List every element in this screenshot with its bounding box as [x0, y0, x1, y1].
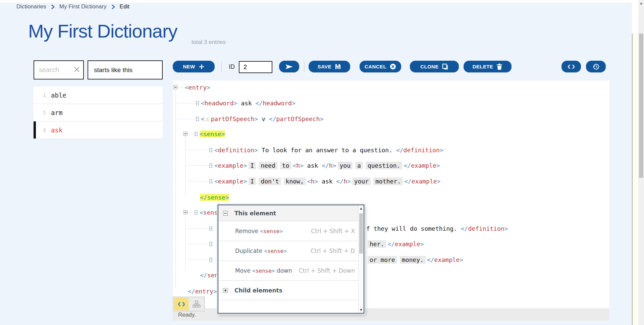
menu-item[interactable]: Move <sense> downCtrl + Shift + Down — [218, 261, 358, 281]
xml-text-node[interactable]: you — [338, 162, 353, 169]
menu-item[interactable]: Duplicate <sense>Ctrl + Shift + D — [218, 241, 358, 261]
entry-list-item[interactable]: 1.able — [34, 87, 163, 104]
scroll-down-icon[interactable]: ▼ — [359, 308, 364, 312]
xml-text-node[interactable]: your — [352, 177, 371, 185]
xml-text-node[interactable]: her. — [368, 240, 386, 248]
drag-handle-icon[interactable] — [209, 163, 212, 168]
drag-handle-icon[interactable] — [209, 241, 212, 246]
tree-connector-line — [187, 134, 194, 134]
xml-tag-sense[interactable]: <sense> — [200, 130, 225, 138]
xml-text-node[interactable]: or more — [368, 256, 397, 264]
xml-tag-headword[interactable]: </headword> — [256, 100, 296, 107]
xml-tag-definition[interactable]: </definition> — [461, 225, 508, 232]
drag-handle-icon[interactable] — [209, 226, 212, 231]
xml-tag-h[interactable]: </h> — [336, 178, 351, 185]
xml-tree-line — [187, 240, 214, 248]
drag-handle-icon[interactable] — [194, 131, 198, 136]
drag-handle-icon[interactable] — [196, 116, 199, 121]
xml-source-button[interactable] — [561, 61, 581, 72]
search-mode-select[interactable]: starts like this — [88, 60, 163, 79]
entry-list-item[interactable]: 2.arm — [34, 104, 163, 121]
xml-tag-partOfSpeech[interactable]: <⚠partOfSpeech> — [201, 115, 258, 122]
menu-section-header[interactable]: This element — [218, 205, 358, 221]
xml-tag-example[interactable]: </example> — [427, 256, 463, 263]
xml-text-node[interactable]: f they will do something. — [366, 225, 461, 232]
xml-tag-entry[interactable]: <entry> — [185, 84, 210, 91]
delete-button[interactable]: DELETE — [464, 61, 512, 72]
xml-text-node[interactable]: to — [280, 162, 291, 169]
drag-handle-icon[interactable] — [209, 179, 212, 183]
tree-connector-line — [187, 244, 208, 244]
xml-tag-h[interactable]: <h> — [307, 178, 318, 185]
xml-text-node[interactable]: mother. — [373, 177, 403, 185]
xml-tag-headword[interactable]: <headword> — [201, 100, 237, 107]
xml-text-node[interactable]: ask — [237, 100, 255, 107]
menu-section-header[interactable]: Child elements — [218, 281, 358, 300]
menu-scrollbar[interactable]: ▲ ▼ — [358, 205, 364, 313]
menu-item[interactable]: Remove <sense>Ctrl + Shift + X — [218, 221, 358, 241]
collapse-icon[interactable] — [183, 132, 187, 136]
scroll-up-icon[interactable]: ▲ — [638, 1, 644, 5]
sitemap-icon — [193, 301, 201, 308]
xml-tag-h[interactable]: </h> — [322, 162, 336, 169]
right-edge-strip — [632, 34, 638, 325]
xml-tag-example[interactable]: </example> — [404, 162, 440, 169]
xml-tag-sense[interactable]: </sense> — [200, 194, 229, 201]
xml-tag-entry[interactable]: </entry> — [188, 288, 217, 295]
xml-text-node[interactable]: money. — [400, 256, 426, 264]
xml-text-node[interactable]: v — [258, 115, 269, 122]
xml-tag-example[interactable]: </example> — [404, 178, 440, 185]
xml-tag-partOfSpeech[interactable]: </partOfSpeech> — [269, 115, 324, 122]
page-scrollbar[interactable]: ▲ — [638, 0, 644, 325]
new-entry-button[interactable]: NEW — [173, 61, 215, 72]
xml-tree-line: <entry> — [173, 83, 210, 91]
entry-id-input[interactable] — [239, 61, 272, 73]
save-button-label: SAVE — [318, 64, 331, 69]
go-to-id-button[interactable] — [279, 61, 299, 72]
clear-search-icon[interactable] — [73, 66, 80, 73]
collapse-icon[interactable] — [173, 85, 177, 89]
xml-tag-h[interactable]: <h> — [292, 162, 304, 169]
history-button[interactable] — [586, 61, 606, 72]
menu-item-shortcut: Ctrl + Shift + Down — [299, 267, 355, 274]
page-scrollbar-thumb[interactable] — [639, 34, 643, 178]
cancel-button[interactable]: CANCEL — [360, 61, 401, 72]
xml-text-node[interactable]: don't — [259, 177, 281, 185]
xml-text-node[interactable]: ask — [304, 162, 322, 169]
scroll-up-icon[interactable]: ▲ — [359, 207, 364, 210]
xml-tag-definition[interactable]: <definition> — [214, 147, 258, 154]
clone-button[interactable]: CLONE — [410, 61, 459, 72]
xml-text-node[interactable]: a — [355, 162, 363, 169]
breadcrumb-item[interactable]: My First Dictionary — [59, 3, 107, 10]
entry-number: 3. — [34, 127, 47, 133]
menu-scrollbar-thumb[interactable] — [359, 213, 363, 254]
xml-text-node[interactable]: ask — [318, 178, 336, 185]
menu-item-shortcut: Ctrl + Shift + D — [311, 248, 355, 254]
xml-tag-definition[interactable]: </definition> — [396, 147, 443, 154]
drag-handle-icon[interactable] — [209, 148, 212, 152]
save-button[interactable]: SAVE — [309, 61, 350, 72]
drag-handle-icon[interactable] — [209, 257, 212, 262]
breadcrumb-item[interactable]: Dictionaries — [16, 3, 46, 10]
xml-text-node[interactable]: I — [249, 162, 256, 169]
expand-icon[interactable] — [223, 288, 228, 293]
xml-tag-example[interactable]: <example> — [214, 178, 247, 185]
xml-tag-example[interactable]: <example> — [214, 162, 247, 169]
menu-item-label: Move <sense> down — [235, 267, 292, 274]
element-context-menu: This elementRemove <sense>Ctrl + Shift +… — [218, 205, 364, 314]
collapse-icon[interactable] — [183, 210, 187, 214]
xml-text-node[interactable]: know, — [284, 177, 306, 185]
collapse-icon[interactable] — [223, 211, 228, 216]
xml-text-node[interactable]: question. — [366, 162, 402, 169]
tree-connector-line — [177, 87, 185, 88]
drag-handle-icon[interactable] — [196, 101, 199, 105]
source-view-toggle[interactable] — [174, 298, 189, 310]
drag-handle-icon[interactable] — [194, 210, 198, 215]
entry-list-item[interactable]: 3.ask — [34, 121, 163, 139]
xml-text-node[interactable]: To look for an answer to a question. — [258, 147, 396, 154]
xml-text-node[interactable]: I — [249, 177, 256, 185]
tree-connector-line — [185, 134, 185, 195]
tree-view-toggle[interactable] — [189, 298, 204, 310]
xml-tag-example[interactable]: </example> — [387, 240, 424, 248]
xml-text-node[interactable]: need — [259, 162, 277, 169]
